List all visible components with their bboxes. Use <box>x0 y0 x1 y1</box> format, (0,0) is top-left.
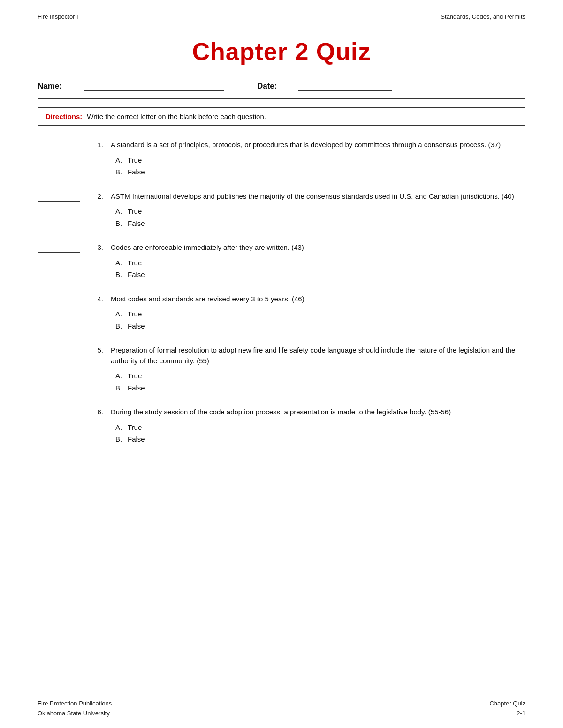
answer-options-4: A.TrueB.False <box>115 308 525 332</box>
header-right: Standards, Codes, and Permits <box>441 13 525 20</box>
questions-container: 1.A standard is a set of principles, pro… <box>38 140 525 445</box>
option-text-1-2: False <box>128 166 145 178</box>
footer-left: Fire Protection Publications Oklahoma St… <box>38 699 112 719</box>
option-text-3-1: True <box>128 257 142 269</box>
question-number-6: 6. <box>89 408 103 416</box>
answer-blank-4 <box>38 296 80 304</box>
directions-text: Write the correct letter on the blank be… <box>87 113 266 120</box>
question-text-2: ASTM International develops and publishe… <box>111 191 525 202</box>
question-content-3: Codes are enforceable immediately after … <box>111 242 525 281</box>
footer-chapter-quiz: Chapter Quiz <box>489 699 525 709</box>
directions-label: Directions: <box>46 113 82 120</box>
answer-option-6-2: B.False <box>115 433 525 445</box>
option-text-5-1: True <box>128 370 142 382</box>
answer-option-6-1: A.True <box>115 421 525 434</box>
answer-option-4-2: B.False <box>115 320 525 332</box>
answer-options-2: A.TrueB.False <box>115 205 525 229</box>
option-letter-4-1: A. <box>115 308 128 320</box>
option-text-3-2: False <box>128 269 145 281</box>
question-item: 1.A standard is a set of principles, pro… <box>38 140 525 178</box>
option-letter-6-2: B. <box>115 433 128 445</box>
answer-option-2-1: A.True <box>115 205 525 218</box>
option-letter-1-2: B. <box>115 166 128 178</box>
question-text-1: A standard is a set of principles, proto… <box>111 140 525 150</box>
answer-options-6: A.TrueB.False <box>115 421 525 445</box>
question-content-1: A standard is a set of principles, proto… <box>111 140 525 178</box>
option-text-2-1: True <box>128 205 142 218</box>
option-letter-4-2: B. <box>115 320 128 332</box>
option-text-2-2: False <box>128 218 145 230</box>
question-content-4: Most codes and standards are revised eve… <box>111 294 525 332</box>
answer-blank-5 <box>38 347 80 355</box>
footer-publisher: Fire Protection Publications <box>38 699 112 709</box>
option-text-5-2: False <box>128 382 145 394</box>
name-label: Name: <box>38 82 62 91</box>
footer-university: Oklahoma State University <box>38 709 112 719</box>
answer-blank-1 <box>38 142 80 150</box>
option-letter-1-1: A. <box>115 154 128 166</box>
option-text-4-1: True <box>128 308 142 320</box>
answer-option-4-1: A.True <box>115 308 525 320</box>
page-footer: Fire Protection Publications Oklahoma St… <box>38 692 525 728</box>
answer-option-3-1: A.True <box>115 257 525 269</box>
question-content-5: Preparation of formal resolution to adop… <box>111 345 525 394</box>
answer-option-1-1: A.True <box>115 154 525 166</box>
answer-options-1: A.TrueB.False <box>115 154 525 178</box>
answer-blank-3 <box>38 244 80 253</box>
option-letter-2-2: B. <box>115 218 128 230</box>
question-item: 5.Preparation of formal resolution to ad… <box>38 345 525 394</box>
section-divider <box>38 98 525 99</box>
date-label: Date: <box>257 82 277 91</box>
answer-blank-6 <box>38 409 80 417</box>
option-letter-5-1: A. <box>115 370 128 382</box>
question-text-4: Most codes and standards are revised eve… <box>111 294 525 305</box>
answer-options-3: A.TrueB.False <box>115 257 525 281</box>
question-text-3: Codes are enforceable immediately after … <box>111 242 525 253</box>
title-section: Chapter 2 Quiz <box>0 23 563 70</box>
question-number-3: 3. <box>89 243 103 251</box>
answer-option-1-2: B.False <box>115 166 525 178</box>
page: Fire Inspector I Standards, Codes, and P… <box>0 0 563 728</box>
question-item: 3.Codes are enforceable immediately afte… <box>38 242 525 281</box>
answer-blank-2 <box>38 193 80 202</box>
option-letter-2-1: A. <box>115 205 128 218</box>
option-letter-3-1: A. <box>115 257 128 269</box>
question-text-5: Preparation of formal resolution to adop… <box>111 345 525 366</box>
question-item: 2.ASTM International develops and publis… <box>38 191 525 230</box>
page-title: Chapter 2 Quiz <box>38 38 525 66</box>
option-text-6-2: False <box>128 433 145 445</box>
question-text-6: During the study session of the code ado… <box>111 407 525 418</box>
header-left: Fire Inspector I <box>38 13 78 20</box>
question-content-2: ASTM International develops and publishe… <box>111 191 525 230</box>
directions-box: Directions: Write the correct letter on … <box>38 107 525 126</box>
question-number-2: 2. <box>89 192 103 200</box>
name-line <box>84 82 224 91</box>
answer-option-3-2: B.False <box>115 269 525 281</box>
option-letter-6-1: A. <box>115 421 128 434</box>
question-number-5: 5. <box>89 346 103 354</box>
answer-option-5-2: B.False <box>115 382 525 394</box>
question-item: 4.Most codes and standards are revised e… <box>38 294 525 332</box>
option-text-6-1: True <box>128 421 142 434</box>
question-number-1: 1. <box>89 141 103 149</box>
option-text-4-2: False <box>128 320 145 332</box>
questions-section: 1.A standard is a set of principles, pro… <box>0 126 563 673</box>
option-letter-5-2: B. <box>115 382 128 394</box>
footer-page-number: 2-1 <box>489 709 525 719</box>
option-letter-3-2: B. <box>115 269 128 281</box>
date-line <box>298 82 392 91</box>
footer-right: Chapter Quiz 2-1 <box>489 699 525 719</box>
question-item: 6.During the study session of the code a… <box>38 407 525 445</box>
option-text-1-1: True <box>128 154 142 166</box>
question-content-6: During the study session of the code ado… <box>111 407 525 445</box>
page-header: Fire Inspector I Standards, Codes, and P… <box>0 0 563 23</box>
answer-options-5: A.TrueB.False <box>115 370 525 394</box>
question-number-4: 4. <box>89 295 103 303</box>
answer-option-2-2: B.False <box>115 218 525 230</box>
answer-option-5-1: A.True <box>115 370 525 382</box>
name-date-row: Name: Date: <box>0 70 563 95</box>
